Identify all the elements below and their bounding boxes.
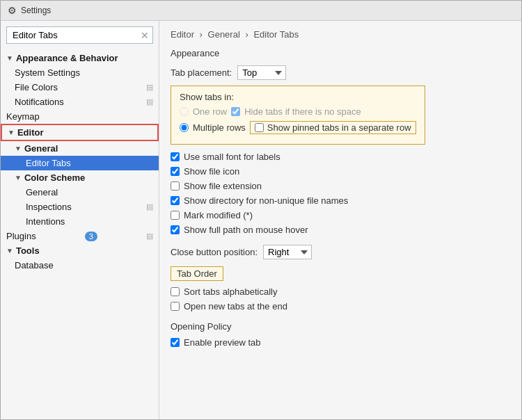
sidebar-item-editor-tabs[interactable]: Editor Tabs — [1, 156, 159, 170]
show-directory-row: Show directory for non-unique file names — [171, 195, 510, 206]
breadcrumb-editor: Editor — [171, 29, 194, 40]
show-file-extension-row: Show file extension — [171, 181, 510, 191]
chevron-down-icon: ▼ — [6, 247, 13, 255]
multiple-rows-radio-row: Multiple rows Show pinned tabs in a sepa… — [180, 121, 416, 134]
one-row-radio-row: One row Hide tabs if there is no space — [180, 106, 416, 117]
sidebar-item-label: System Settings — [15, 67, 80, 78]
right-panel: Editor › General › Editor Tabs Appearanc… — [159, 21, 521, 419]
plugins-badge: 3 — [85, 232, 97, 241]
sidebar-item-tools[interactable]: ▼ Tools — [1, 243, 159, 258]
multiple-rows-label: Multiple rows — [193, 122, 246, 133]
edit-icon: ▤ — [146, 83, 153, 92]
show-pinned-box: Show pinned tabs in a separate row — [250, 121, 416, 134]
use-small-font-checkbox[interactable] — [171, 152, 180, 161]
use-small-font-row: Use small font for labels — [171, 152, 510, 162]
sidebar-item-label: Database — [15, 260, 54, 270]
settings-window: ⚙ Settings ✕ ▼ Appearance & Behavior Sys… — [0, 0, 522, 420]
sidebar-item-color-general[interactable]: General — [1, 185, 159, 200]
breadcrumb-general: General — [208, 29, 240, 40]
show-file-icon-label: Show file icon — [184, 166, 239, 177]
search-clear-icon[interactable]: ✕ — [141, 30, 149, 41]
sort-tabs-row: Sort tabs alphabetically — [171, 286, 510, 297]
tab-placement-row: Tab placement: Top Bottom Left Right Non… — [171, 65, 510, 80]
search-box[interactable]: ✕ — [6, 26, 153, 44]
mark-modified-label: Mark modified (*) — [184, 210, 253, 220]
use-small-font-label: Use small font for labels — [184, 152, 280, 162]
sidebar-item-notifications[interactable]: Notifications ▤ — [1, 95, 159, 109]
title-bar: ⚙ Settings — [1, 1, 521, 21]
sidebar-item-intentions[interactable]: Intentions — [1, 214, 159, 229]
mark-modified-row: Mark modified (*) — [171, 210, 510, 220]
show-file-extension-checkbox[interactable] — [171, 181, 180, 191]
appearance-section-label: Appearance — [171, 48, 510, 58]
sidebar-item-editor[interactable]: ▼ Editor — [1, 124, 159, 141]
sidebar-item-label: Plugins — [6, 231, 36, 241]
one-row-radio[interactable] — [180, 107, 189, 116]
sidebar-item-database[interactable]: Database — [1, 258, 159, 273]
close-button-row: Close button position: Right Left None — [171, 245, 510, 259]
sidebar-item-label: General — [26, 187, 58, 197]
show-file-extension-label: Show file extension — [184, 181, 262, 191]
sort-tabs-label: Sort tabs alphabetically — [184, 286, 277, 297]
show-tabs-label: Show tabs in: — [180, 92, 416, 102]
tab-order-label: Tab Order — [171, 266, 223, 281]
sidebar: ✕ ▼ Appearance & Behavior System Setting… — [1, 21, 159, 419]
edit-icon: ▤ — [146, 232, 153, 241]
tab-placement-dropdown[interactable]: Top Bottom Left Right None — [237, 65, 286, 80]
sidebar-item-label: Editor — [17, 127, 44, 138]
open-new-tabs-checkbox[interactable] — [171, 302, 180, 311]
show-file-icon-checkbox[interactable] — [171, 167, 180, 176]
chevron-down-icon: ▼ — [15, 174, 22, 181]
enable-preview-checkbox[interactable] — [171, 338, 180, 347]
breadcrumb-sep2: › — [245, 29, 251, 40]
tab-order-group: Tab Order Sort tabs alphabetically Open … — [171, 266, 510, 312]
sidebar-item-keymap[interactable]: Keymap — [1, 109, 159, 124]
checkboxes-group: Use small font for labels Show file icon… — [171, 152, 510, 235]
sidebar-item-label: Tools — [16, 245, 40, 256]
hide-tabs-label: Hide tabs if there is no space — [244, 106, 361, 117]
sidebar-item-appearance-behavior[interactable]: ▼ Appearance & Behavior — [1, 51, 159, 65]
sidebar-item-plugins[interactable]: Plugins 3 ▤ — [1, 229, 159, 243]
opening-policy-label: Opening Policy — [171, 321, 510, 332]
edit-icon: ▤ — [146, 202, 153, 211]
sidebar-item-file-colors[interactable]: File Colors ▤ — [1, 80, 159, 95]
multiple-rows-radio[interactable] — [180, 123, 189, 132]
sidebar-item-general[interactable]: ▼ General — [1, 141, 159, 156]
breadcrumb-sep: › — [200, 29, 205, 40]
edit-icon: ▤ — [146, 97, 153, 106]
show-pinned-label: Show pinned tabs in a separate row — [267, 122, 411, 133]
show-tabs-in-box: Show tabs in: One row Hide tabs if there… — [171, 86, 425, 145]
show-pinned-checkbox[interactable] — [255, 123, 264, 132]
sidebar-item-inspections[interactable]: Inspections ▤ — [1, 200, 159, 214]
show-full-path-checkbox[interactable] — [171, 225, 180, 234]
show-directory-checkbox[interactable] — [171, 196, 180, 205]
show-directory-label: Show directory for non-unique file names — [184, 195, 348, 206]
settings-icon: ⚙ — [8, 5, 17, 16]
mark-modified-checkbox[interactable] — [171, 211, 180, 220]
sidebar-item-color-scheme[interactable]: ▼ Color Scheme — [1, 170, 159, 185]
show-full-path-label: Show full path on mouse hover — [184, 225, 308, 235]
content-area: ✕ ▼ Appearance & Behavior System Setting… — [1, 21, 521, 419]
sidebar-item-label: Keymap — [6, 111, 40, 122]
sidebar-item-system-settings[interactable]: System Settings — [1, 65, 159, 80]
search-input[interactable] — [6, 26, 153, 44]
sort-tabs-checkbox[interactable] — [171, 287, 180, 296]
sidebar-item-label: Inspections — [26, 202, 72, 212]
sidebar-item-label: General — [24, 143, 58, 154]
chevron-down-icon: ▼ — [15, 145, 22, 152]
close-button-label: Close button position: — [171, 247, 258, 257]
open-new-tabs-label: Open new tabs at the end — [184, 301, 287, 312]
sidebar-item-label: Appearance & Behavior — [16, 53, 118, 63]
show-file-icon-row: Show file icon — [171, 166, 510, 177]
enable-preview-label: Enable preview tab — [184, 337, 261, 348]
sidebar-item-label: Notifications — [15, 97, 64, 107]
tab-placement-label: Tab placement: — [171, 67, 232, 78]
breadcrumb-editor-tabs: Editor Tabs — [253, 29, 299, 40]
close-button-dropdown[interactable]: Right Left None — [263, 245, 312, 259]
sidebar-item-label: Intentions — [26, 216, 65, 227]
chevron-down-icon: ▼ — [8, 129, 15, 136]
enable-preview-row: Enable preview tab — [171, 337, 510, 348]
sidebar-item-label: File Colors — [15, 82, 58, 92]
hide-tabs-checkbox[interactable] — [231, 107, 240, 116]
opening-policy-group: Opening Policy Enable preview tab — [171, 321, 510, 348]
